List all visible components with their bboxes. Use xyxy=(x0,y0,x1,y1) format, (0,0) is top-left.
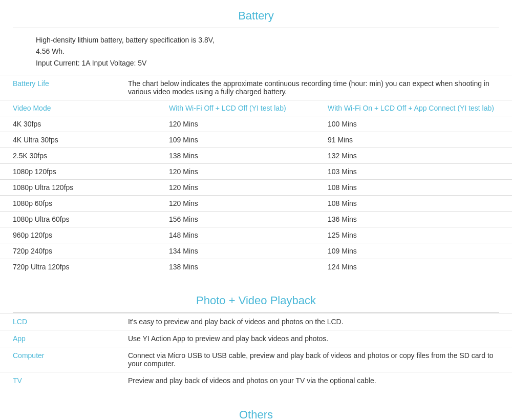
battery-row-wifi-on: 109 Mins xyxy=(323,243,512,259)
battery-data-row: 1080p Ultra 60fps 156 Mins 136 Mins xyxy=(0,212,512,227)
battery-row-wifi-off: 156 Mins xyxy=(164,212,323,227)
battery-data-row: 4K Ultra 30fps 109 Mins 91 Mins xyxy=(0,132,512,148)
battery-row-wifi-off: 109 Mins xyxy=(164,132,323,148)
battery-row-wifi-off: 134 Mins xyxy=(164,243,323,259)
battery-row-wifi-off: 120 Mins xyxy=(164,196,323,212)
battery-row-wifi-off: 120 Mins xyxy=(164,180,323,196)
header-wifi-on: With Wi-Fi On + LCD Off + App Connect (Y… xyxy=(323,100,512,116)
playback-row: LCD It's easy to preview and play back o… xyxy=(0,313,512,330)
playback-row: App Use YI Action App to preview and pla… xyxy=(0,330,512,347)
battery-intro: High-density lithium battery, battery sp… xyxy=(0,28,512,75)
playback-label: TV xyxy=(0,372,123,389)
battery-row-mode: 720p 240fps xyxy=(0,243,164,259)
playback-label: App xyxy=(0,330,123,347)
battery-row-mode: 2.5K 30fps xyxy=(0,148,164,164)
battery-table-header: Video Mode With Wi-Fi Off + LCD Off (YI … xyxy=(0,100,512,116)
battery-modes-table: Video Mode With Wi-Fi Off + LCD Off (YI … xyxy=(0,100,512,275)
battery-row-mode: 1080p 60fps xyxy=(0,196,164,212)
battery-data-row: 960p 120fps 148 Mins 125 Mins xyxy=(0,227,512,243)
playback-value: Connect via Micro USB to USB cable, prev… xyxy=(123,347,512,372)
battery-data-row: 720p 240fps 134 Mins 109 Mins xyxy=(0,243,512,259)
battery-row-wifi-on: 125 Mins xyxy=(323,227,512,243)
battery-row-wifi-on: 124 Mins xyxy=(323,259,512,275)
battery-life-row: Battery Life The chart below indicates t… xyxy=(0,75,512,100)
battery-row-wifi-off: 120 Mins xyxy=(164,116,323,132)
battery-row-wifi-on: 100 Mins xyxy=(323,116,512,132)
battery-row-mode: 4K 30fps xyxy=(0,116,164,132)
battery-row-wifi-on: 103 Mins xyxy=(323,164,512,180)
playback-table: LCD It's easy to preview and play back o… xyxy=(0,313,512,389)
battery-row-mode: 1080p 120fps xyxy=(0,164,164,180)
battery-data-row: 4K 30fps 120 Mins 100 Mins xyxy=(0,116,512,132)
battery-title: Battery xyxy=(0,0,512,28)
playback-value: It's easy to preview and play back of vi… xyxy=(123,313,512,330)
battery-data-row: 1080p 120fps 120 Mins 103 Mins xyxy=(0,164,512,180)
playback-value: Preview and play back of videos and phot… xyxy=(123,372,512,389)
battery-row-mode: 1080p Ultra 120fps xyxy=(0,180,164,196)
battery-row-wifi-on: 136 Mins xyxy=(323,212,512,227)
battery-data-row: 1080p Ultra 120fps 120 Mins 108 Mins xyxy=(0,180,512,196)
playback-label: LCD xyxy=(0,313,123,330)
others-title: Others xyxy=(0,399,512,420)
battery-row-wifi-on: 108 Mins xyxy=(323,196,512,212)
section-gap-1 xyxy=(0,275,512,285)
battery-life-description: The chart below indicates the approximat… xyxy=(123,75,512,100)
playback-row: TV Preview and play back of videos and p… xyxy=(0,372,512,389)
battery-row-wifi-off: 120 Mins xyxy=(164,164,323,180)
battery-intro-line3: Input Current: 1A Input Voltage: 5V xyxy=(36,57,499,69)
battery-row-wifi-off: 138 Mins xyxy=(164,148,323,164)
battery-row-wifi-on: 108 Mins xyxy=(323,180,512,196)
header-wifi-off: With Wi-Fi Off + LCD Off (YI test lab) xyxy=(164,100,323,116)
battery-row-mode: 960p 120fps xyxy=(0,227,164,243)
playback-row: Computer Connect via Micro USB to USB ca… xyxy=(0,347,512,372)
playback-value: Use YI Action App to preview and play ba… xyxy=(123,330,512,347)
battery-intro-line1: High-density lithium battery, battery sp… xyxy=(36,34,499,46)
battery-data-row: 720p Ultra 120fps 138 Mins 124 Mins xyxy=(0,259,512,275)
battery-table-body: 4K 30fps 120 Mins 100 Mins 4K Ultra 30fp… xyxy=(0,116,512,275)
battery-row-mode: 1080p Ultra 60fps xyxy=(0,212,164,227)
battery-life-table: Battery Life The chart below indicates t… xyxy=(0,75,512,100)
battery-row-wifi-off: 148 Mins xyxy=(164,227,323,243)
battery-data-row: 2.5K 30fps 138 Mins 132 Mins xyxy=(0,148,512,164)
battery-life-label: Battery Life xyxy=(0,75,123,100)
header-video-mode: Video Mode xyxy=(0,100,164,116)
playback-label: Computer xyxy=(0,347,123,372)
battery-row-wifi-off: 138 Mins xyxy=(164,259,323,275)
battery-row-mode: 4K Ultra 30fps xyxy=(0,132,164,148)
battery-row-mode: 720p Ultra 120fps xyxy=(0,259,164,275)
section-gap-2 xyxy=(0,389,512,399)
battery-row-wifi-on: 132 Mins xyxy=(323,148,512,164)
battery-data-row: 1080p 60fps 120 Mins 108 Mins xyxy=(0,196,512,212)
battery-row-wifi-on: 91 Mins xyxy=(323,132,512,148)
photo-playback-title: Photo + Video Playback xyxy=(0,285,512,312)
battery-intro-line2: 4.56 Wh. xyxy=(36,46,499,57)
